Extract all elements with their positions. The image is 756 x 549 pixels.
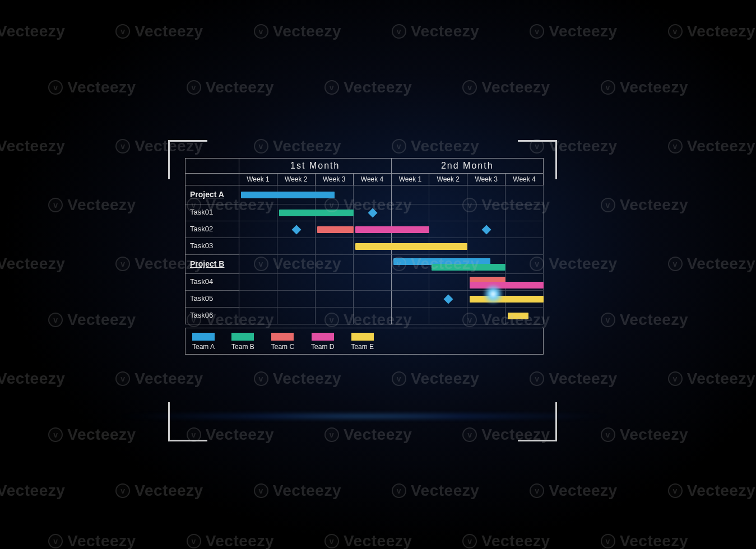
legend-swatch (312, 333, 334, 341)
month-header: 2nd Month (392, 159, 544, 174)
legend-swatch (351, 333, 374, 341)
gantt-bar (317, 226, 353, 233)
task-label: Task01 (185, 204, 239, 221)
gantt-bar (432, 264, 505, 271)
month-header: 1st Month (239, 159, 392, 174)
gantt-task-row: Task02 (185, 221, 544, 238)
legend-label: Team A (192, 343, 215, 351)
week-header: Week 1 (239, 174, 277, 185)
week-header: Week 3 (316, 174, 354, 185)
gantt-task-row: Task01 (185, 204, 544, 221)
gantt-header-months: 1st Month 2nd Month (185, 158, 544, 174)
task-label: Task05 (185, 291, 239, 308)
gantt-chart: 1st Month 2nd Month Week 1 Week 2 Week 3… (185, 158, 544, 355)
week-header: Week 4 (354, 174, 392, 185)
gantt-bar (355, 226, 429, 233)
legend-label: Team D (311, 343, 334, 351)
task-label: Task04 (185, 274, 239, 291)
week-header: Week 3 (467, 174, 505, 185)
project-label: Project A (185, 185, 239, 204)
week-header: Week 2 (277, 174, 316, 185)
week-header: Week 1 (392, 174, 430, 185)
gantt-bar (355, 243, 467, 250)
gantt-bar (470, 282, 544, 289)
legend-swatch (271, 333, 294, 341)
gantt-legend: Team ATeam BTeam CTeam DTeam E (185, 328, 544, 355)
task-label: Task02 (185, 221, 239, 238)
legend-label: Team C (271, 343, 294, 351)
gantt-project-row: Project A (185, 185, 544, 204)
legend-item: Team E (351, 333, 374, 351)
legend-label: Team B (231, 343, 254, 351)
legend-swatch (192, 333, 215, 341)
gantt-bar (279, 210, 353, 216)
gantt-bar (241, 192, 334, 198)
project-label: Project B (185, 255, 239, 274)
legend-item: Team D (311, 333, 334, 351)
crop-mark-bottom-left (168, 402, 207, 441)
gantt-header-weeks: Week 1 Week 2 Week 3 Week 4 Week 1 Week … (185, 174, 544, 185)
week-header: Week 2 (429, 174, 467, 185)
gantt-task-row: Task03 (185, 238, 544, 255)
legend-item: Team A (192, 333, 215, 351)
lens-flare (482, 283, 504, 305)
legend-item: Team B (231, 333, 254, 351)
legend-item: Team C (271, 333, 294, 351)
week-header: Week 4 (505, 174, 544, 185)
crop-mark-bottom-right (518, 402, 557, 441)
task-label: Task03 (185, 238, 239, 255)
gantt-project-row: Project B (185, 255, 544, 274)
task-label: Task06 (185, 308, 239, 324)
gantt-bar (508, 313, 528, 319)
gantt-task-row: Task06 (185, 308, 544, 324)
legend-label: Team E (351, 343, 374, 351)
legend-swatch (231, 333, 254, 341)
gantt-bar (470, 296, 544, 303)
